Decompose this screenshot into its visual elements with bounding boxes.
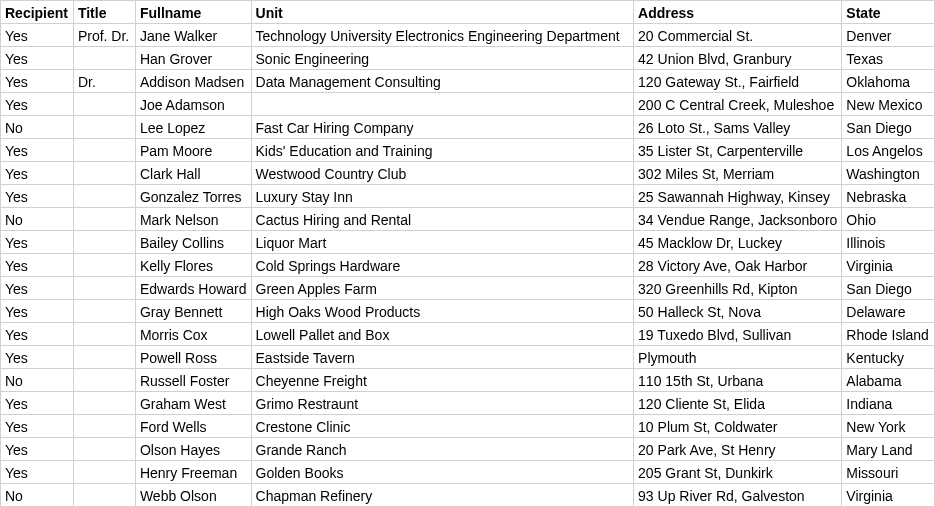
cell-state: Oklahoma [842, 70, 935, 93]
cell-fullname: Mark Nelson [135, 208, 251, 231]
cell-title [73, 162, 135, 185]
cell-state: Virginia [842, 484, 935, 507]
cell-state: Washington [842, 162, 935, 185]
cell-recipient: Yes [1, 70, 74, 93]
cell-unit: Liquor Mart [251, 231, 634, 254]
cell-state: Illinois [842, 231, 935, 254]
cell-recipient: Yes [1, 162, 74, 185]
cell-title [73, 484, 135, 507]
cell-fullname: Kelly Flores [135, 254, 251, 277]
cell-recipient: Yes [1, 323, 74, 346]
cell-recipient: Yes [1, 392, 74, 415]
cell-fullname: Morris Cox [135, 323, 251, 346]
table-row: YesKelly FloresCold Springs Hardware28 V… [1, 254, 935, 277]
table-row: YesFord WellsCrestone Clinic10 Plum St, … [1, 415, 935, 438]
cell-fullname: Russell Foster [135, 369, 251, 392]
cell-recipient: Yes [1, 300, 74, 323]
cell-title [73, 139, 135, 162]
cell-state: Delaware [842, 300, 935, 323]
cell-address: 302 Miles St, Merriam [634, 162, 842, 185]
table-row: YesPowell RossEastside TavernPlymouthKen… [1, 346, 935, 369]
cell-unit: Green Apples Farm [251, 277, 634, 300]
cell-state: Virginia [842, 254, 935, 277]
cell-state: New York [842, 415, 935, 438]
cell-state: Kentucky [842, 346, 935, 369]
cell-recipient: Yes [1, 346, 74, 369]
cell-recipient: Yes [1, 461, 74, 484]
cell-state: Ohio [842, 208, 935, 231]
cell-recipient: No [1, 116, 74, 139]
cell-state: Denver [842, 24, 935, 47]
cell-fullname: Ford Wells [135, 415, 251, 438]
cell-title [73, 185, 135, 208]
cell-fullname: Gray Bennett [135, 300, 251, 323]
cell-address: 200 C Central Creek, Muleshoe [634, 93, 842, 116]
cell-title [73, 231, 135, 254]
cell-title [73, 254, 135, 277]
cell-state: Nebraska [842, 185, 935, 208]
cell-fullname: Gonzalez Torres [135, 185, 251, 208]
cell-unit: Cold Springs Hardware [251, 254, 634, 277]
cell-recipient: No [1, 369, 74, 392]
cell-title [73, 369, 135, 392]
table-row: YesDr.Addison MadsenData Management Cons… [1, 70, 935, 93]
table-row: NoLee LopezFast Car Hiring Company26 Lot… [1, 116, 935, 139]
cell-recipient: Yes [1, 231, 74, 254]
cell-unit: Luxury Stay Inn [251, 185, 634, 208]
cell-state: Indiana [842, 392, 935, 415]
table-row: NoRussell FosterCheyenne Freight110 15th… [1, 369, 935, 392]
table-row: YesProf. Dr.Jane WalkerTechnology Univer… [1, 24, 935, 47]
cell-address: 45 Macklow Dr, Luckey [634, 231, 842, 254]
cell-state: San Diego [842, 277, 935, 300]
cell-fullname: Clark Hall [135, 162, 251, 185]
cell-recipient: Yes [1, 47, 74, 70]
cell-state: Alabama [842, 369, 935, 392]
cell-unit: High Oaks Wood Products [251, 300, 634, 323]
cell-recipient: Yes [1, 139, 74, 162]
cell-address: 20 Commercial St. [634, 24, 842, 47]
cell-fullname: Bailey Collins [135, 231, 251, 254]
table-row: YesBailey CollinsLiquor Mart45 Macklow D… [1, 231, 935, 254]
cell-address: 19 Tuxedo Blvd, Sullivan [634, 323, 842, 346]
data-table: Recipient Title Fullname Unit Address St… [0, 0, 935, 506]
cell-address: 35 Lister St, Carpenterville [634, 139, 842, 162]
cell-unit: Grimo Restraunt [251, 392, 634, 415]
cell-title [73, 47, 135, 70]
cell-address: 93 Up River Rd, Galveston [634, 484, 842, 507]
table-row: NoMark NelsonCactus Hiring and Rental34 … [1, 208, 935, 231]
cell-address: 20 Park Ave, St Henry [634, 438, 842, 461]
cell-fullname: Lee Lopez [135, 116, 251, 139]
cell-fullname: Pam Moore [135, 139, 251, 162]
cell-unit: Grande Ranch [251, 438, 634, 461]
cell-address: 205 Grant St, Dunkirk [634, 461, 842, 484]
cell-address: 26 Loto St., Sams Valley [634, 116, 842, 139]
cell-address: 110 15th St, Urbana [634, 369, 842, 392]
cell-recipient: Yes [1, 93, 74, 116]
cell-address: 320 Greenhills Rd, Kipton [634, 277, 842, 300]
cell-address: 42 Union Blvd, Granbury [634, 47, 842, 70]
cell-unit: Eastside Tavern [251, 346, 634, 369]
cell-state: Rhode Island [842, 323, 935, 346]
table-row: YesGonzalez TorresLuxury Stay Inn25 Sawa… [1, 185, 935, 208]
cell-fullname: Jane Walker [135, 24, 251, 47]
cell-fullname: Han Grover [135, 47, 251, 70]
cell-recipient: Yes [1, 438, 74, 461]
table-row: YesHenry FreemanGolden Books205 Grant St… [1, 461, 935, 484]
table-row: YesJoe Adamson200 C Central Creek, Mules… [1, 93, 935, 116]
cell-title [73, 93, 135, 116]
cell-fullname: Joe Adamson [135, 93, 251, 116]
cell-unit: Lowell Pallet and Box [251, 323, 634, 346]
cell-fullname: Graham West [135, 392, 251, 415]
cell-title [73, 415, 135, 438]
cell-address: 120 Cliente St, Elida [634, 392, 842, 415]
cell-title [73, 346, 135, 369]
cell-title [73, 323, 135, 346]
table-row: YesGray BennettHigh Oaks Wood Products50… [1, 300, 935, 323]
table-header-row: Recipient Title Fullname Unit Address St… [1, 1, 935, 24]
cell-address: 34 Vendue Range, Jacksonboro [634, 208, 842, 231]
cell-state: San Diego [842, 116, 935, 139]
header-title: Title [73, 1, 135, 24]
cell-state: Mary Land [842, 438, 935, 461]
cell-state: New Mexico [842, 93, 935, 116]
cell-title [73, 300, 135, 323]
